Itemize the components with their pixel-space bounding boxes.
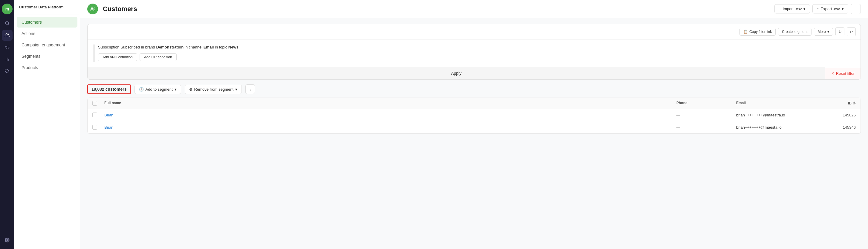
sidebar: Customer Data Platform Customers Actions… [14,0,80,249]
copy-filter-link-button[interactable]: 📋 Copy filter link [740,28,776,36]
reset-filter-button[interactable]: ✕ Reset filter [825,67,861,79]
customers-count: 19,032 customers [87,84,131,94]
row-1-id: 145825 [826,113,856,117]
table-header: Full name Phone Email ID ⇅ [88,98,861,109]
clock-icon: 🕐 [139,87,144,91]
import-csv-button[interactable]: ↓ Import .csv ▾ [774,4,810,13]
upload-icon: ↑ [817,7,819,11]
undo-button[interactable]: ↩ [847,27,856,36]
sidebar-item-customers-label: Customers [22,20,42,25]
page-icon [87,4,98,15]
row-1-name[interactable]: Brian [104,113,676,117]
svg-point-0 [5,22,9,25]
svg-point-8 [7,240,8,241]
more-filter-button[interactable]: More ▾ [814,28,833,36]
data-table: Full name Phone Email ID ⇅ Brian — brian… [87,98,861,134]
filter-bracket [94,44,94,62]
sidebar-item-campaign-label: Campaign engagement [22,43,65,47]
row-2-phone: — [676,125,736,130]
filter-buttons: Add AND condition Add OR condition [98,53,855,61]
chevron-down-icon: ▾ [175,87,177,91]
row-1-phone: — [676,113,736,117]
more-options-button[interactable]: ⋯ [851,4,861,14]
chevron-down-icon: ▾ [827,30,829,34]
filter-panel: 📋 Copy filter link Create segment More ▾… [87,24,861,80]
logo-icon[interactable]: m [2,4,12,15]
campaign-icon[interactable] [2,42,12,53]
table-row: Brian — brian++++++++@maestra.io 145825 [88,109,861,121]
add-and-condition-button[interactable]: Add AND condition [98,53,137,61]
top-header: Customers ↓ Import .csv ▾ ↑ Export .csv … [80,0,868,18]
download-icon: ↓ [779,7,781,11]
chevron-down-icon: ▾ [803,7,806,11]
row-2-name[interactable]: Brian [104,125,676,130]
copy-icon: 📋 [743,30,748,34]
svg-marker-3 [5,46,7,49]
filter-channel: Email [204,45,214,49]
fullname-column-header: Full name [104,101,676,106]
sidebar-item-products[interactable]: Products [17,62,78,73]
table-more-button[interactable]: ⋮ [245,84,255,94]
dots-icon: ⋯ [854,7,858,11]
table-row: Brian — brian+++++++@maesta.io 145346 [88,121,861,134]
svg-line-1 [8,24,9,25]
sidebar-item-customers[interactable]: Customers [17,17,78,28]
phone-column-header: Phone [676,101,736,106]
sidebar-item-products-label: Products [22,65,38,70]
sidebar-item-campaign-engagement[interactable]: Campaign engagement [17,39,78,50]
search-icon[interactable] [2,18,12,29]
email-column-header: Email [736,101,826,106]
remove-icon: ⊖ [189,87,192,91]
sidebar-item-actions-label: Actions [22,31,35,36]
filter-condition-text: Subscription Subscribed in brand Demonst… [98,44,855,50]
filter-footer: Apply ✕ Reset filter [88,67,861,79]
remove-from-segment-button[interactable]: ⊖ Remove from segment ▾ [185,85,242,94]
svg-point-9 [91,7,93,9]
filter-condition: Subscription Subscribed in brand Demonst… [94,44,855,62]
refresh-button[interactable]: ↻ [835,27,844,36]
filter-content: Subscription Subscribed in brand Demonst… [98,44,855,61]
filter-toolbar: 📋 Copy filter link Create segment More ▾… [88,24,861,39]
create-segment-button[interactable]: Create segment [778,28,811,36]
row-2-email: brian+++++++@maesta.io [736,125,826,130]
row-2-checkbox[interactable] [92,125,104,130]
row-1-checkbox[interactable] [92,113,104,117]
close-icon: ✕ [831,71,835,76]
dots-vertical-icon: ⋮ [248,87,252,91]
main-content: Customers ↓ Import .csv ▾ ↑ Export .csv … [80,0,868,249]
icon-rail: m [0,0,14,249]
sidebar-app-title: Customer Data Platform [14,5,80,15]
sort-icon: ⇅ [853,101,856,105]
content-area: 📋 Copy filter link Create segment More ▾… [80,18,868,249]
table-controls: 19,032 customers 🕐 Add to segment ▾ ⊖ Re… [87,84,861,94]
page-title: Customers [103,5,770,13]
row-2-id: 145346 [826,125,856,130]
export-csv-button[interactable]: ↑ Export .csv ▾ [812,4,848,13]
sidebar-item-actions[interactable]: Actions [17,28,78,39]
svg-point-2 [6,33,7,35]
add-or-condition-button[interactable]: Add OR condition [140,53,177,61]
filter-body: Subscription Subscribed in brand Demonst… [88,39,861,67]
header-actions: ↓ Import .csv ▾ ↑ Export .csv ▾ ⋯ [774,4,861,14]
sidebar-item-segments[interactable]: Segments [17,51,78,62]
id-column-header[interactable]: ID ⇅ [826,101,856,106]
puzzle-icon[interactable] [2,66,12,77]
add-to-segment-button[interactable]: 🕐 Add to segment ▾ [134,85,181,94]
users-icon[interactable] [2,30,12,41]
row-1-email: brian++++++++@maestra.io [736,113,826,117]
chevron-down-icon: ▾ [235,87,237,91]
chart-icon[interactable] [2,54,12,65]
filter-topic: News [228,45,239,49]
sidebar-item-segments-label: Segments [22,54,40,59]
apply-button[interactable]: Apply [88,67,825,79]
settings-icon[interactable] [2,234,12,245]
filter-brand: Demonstration [156,45,184,49]
select-all-checkbox[interactable] [92,101,104,106]
chevron-down-icon: ▾ [842,7,844,11]
